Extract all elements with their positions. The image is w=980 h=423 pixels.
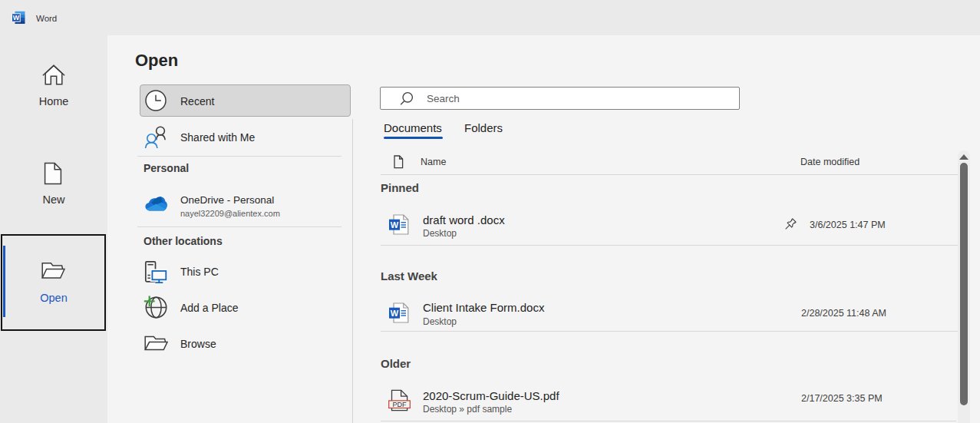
svg-text:W: W xyxy=(13,14,20,21)
svg-text:PDF: PDF xyxy=(393,401,408,408)
svg-text:W: W xyxy=(391,220,399,230)
svg-text:W: W xyxy=(391,309,399,318)
